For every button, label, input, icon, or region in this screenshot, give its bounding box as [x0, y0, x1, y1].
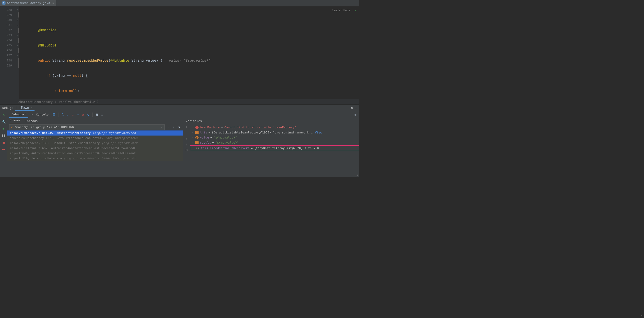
stack-frame[interactable]: inject:119, InjectionMetadata (org.sprin… [7, 156, 183, 161]
remove-watch-icon[interactable]: － [185, 131, 188, 135]
line-number: 929 [0, 12, 16, 18]
app-icon [17, 106, 20, 109]
debug-side-toolbar: ↻ 🔧 ▶ ❚❚ ■ ●● [0, 111, 7, 177]
java-class-icon: C [2, 2, 6, 4]
tab-console[interactable]: ▸_Console [29, 111, 51, 118]
debug-config-tab[interactable]: Main ✕ [15, 105, 34, 111]
annotation: @Nullable [38, 43, 56, 48]
variables-list[interactable]: ! beanFactory = Cannot find local variab… [190, 124, 360, 177]
vars-toolbar: ＋ － ↑ ↓ ⎘ [184, 124, 190, 177]
next-frame-icon[interactable]: ↓ [172, 125, 176, 129]
watch-icon: 👓 [196, 146, 200, 151]
keyword: public [38, 58, 50, 62]
breakpoints-icon[interactable]: ●● [2, 147, 6, 152]
minimize-icon[interactable]: — [355, 106, 357, 110]
code-content[interactable]: Reader Mode ✔ @Override @Nullable public… [19, 6, 360, 99]
threads-icon[interactable]: ☰ [52, 112, 56, 117]
step-into-icon[interactable]: ↓ [66, 112, 70, 117]
variable-row[interactable]: ! beanFactory = Cannot find local variab… [190, 125, 360, 130]
layout-icon[interactable]: ⊞ [354, 112, 358, 117]
thread-selector[interactable]: ✔ "main"@1 in group "main": RUNNING ▾ [9, 124, 165, 130]
step-out-icon[interactable]: ↑ [76, 112, 80, 117]
line-number: 930 [0, 18, 16, 22]
line-number: 936 [0, 48, 16, 53]
rerun-icon[interactable]: ↻ [2, 112, 6, 117]
line-number: 937 [0, 53, 16, 58]
frames-panel: Frames Threads ✔ "main"@1 in group "main… [7, 118, 184, 177]
breadcrumb-class[interactable]: AbstractBeanFactory [18, 100, 53, 104]
line-number: 932 [0, 28, 16, 33]
prev-frame-icon[interactable]: ↑ [166, 125, 170, 129]
fold-column: ⊟⊟ ⊟⊡ ⊟ ⊟ [16, 6, 19, 99]
variable-row[interactable]: ›≡ result = "${my.value}" [190, 140, 360, 145]
tab-threads[interactable]: Threads [25, 119, 38, 123]
stack-frame[interactable]: resolveDependency:1300, DefaultListableB… [7, 140, 183, 146]
gear-icon[interactable]: ⚙ [351, 106, 353, 110]
file-tab-abstractbeanfactory[interactable]: C AbstractBeanFactory.java ✕ [0, 0, 56, 6]
annotation: @Override [38, 28, 56, 32]
tab-debugger[interactable]: Debugger [9, 111, 28, 118]
editor-tab-bar: C AbstractBeanFactory.java ✕ [0, 0, 360, 6]
resume-icon[interactable]: ▶ [2, 126, 6, 131]
up-icon[interactable]: ↑ [186, 137, 188, 140]
evaluate-icon[interactable]: 🖩 [95, 112, 99, 117]
force-step-into-icon[interactable]: ↓ [71, 112, 75, 117]
pause-icon[interactable]: ❚❚ [2, 133, 6, 138]
param-icon: p [195, 136, 198, 139]
inline-hint: value: "${my.value}" [169, 58, 210, 62]
trace-icon[interactable]: ≡ [100, 112, 104, 117]
debug-panel: Debug: Main ✕ ⚙ — ↻ 🔧 ▶ ❚❚ ■ ●● Debugger… [0, 104, 360, 177]
tab-frames[interactable]: Frames [10, 118, 20, 123]
line-number: 931 [0, 22, 16, 28]
line-number: 928 [0, 7, 16, 12]
run-to-cursor-icon[interactable]: ↘ [86, 112, 90, 117]
line-number: 939 [0, 63, 16, 68]
wrench-icon[interactable]: 🔧 [2, 120, 6, 124]
debug-header: Debug: Main ✕ ⚙ — [0, 105, 360, 111]
stack-frames-list[interactable]: resolveEmbeddedValue:935, AbstractBeanFa… [7, 130, 183, 177]
variables-panel: Variables ＋ － ↑ ↓ ⎘ ! [184, 118, 360, 177]
check-icon: ✔ [11, 126, 13, 129]
copy-icon[interactable]: ⎘ [186, 148, 188, 152]
inspections-ok-icon[interactable]: ✔ [355, 8, 357, 13]
drop-frame-icon[interactable]: ✕ [81, 112, 85, 117]
down-icon[interactable]: ↓ [186, 142, 188, 146]
line-number: 935 [0, 43, 16, 48]
stack-frame[interactable]: resolveFieldValue:657, AutowiredAnnotati… [7, 146, 183, 151]
console-icon: ▸_ [32, 113, 35, 116]
watch-row-highlighted[interactable]: 👓 this.embeddedValueResolvers = {CopyOnW… [190, 145, 360, 151]
line-number: 938 [0, 58, 16, 63]
file-tab-label: AbstractBeanFactory.java [7, 1, 50, 4]
variable-row[interactable]: ›p value = "${my.value}" [190, 135, 360, 140]
close-icon[interactable]: ✕ [31, 106, 33, 109]
line-number: 933 [0, 33, 16, 38]
variable-row[interactable]: ›≡ this = {DefaultListableBeanFactory@19… [190, 130, 360, 135]
chevron-down-icon: ▾ [161, 126, 163, 129]
step-over-icon[interactable]: ⤵ [61, 112, 65, 117]
view-link[interactable]: View [315, 130, 322, 135]
breadcrumb-method[interactable]: resolveEmbeddedValue() [59, 100, 99, 104]
expand-icon[interactable]: » [357, 174, 358, 176]
chevron-right-icon: › [55, 100, 57, 104]
stack-frame[interactable]: doResolveDependency:1321, DefaultListabl… [7, 136, 183, 140]
breadcrumb[interactable]: AbstractBeanFactory › resolveEmbeddedVal… [0, 99, 360, 104]
tab-variables: Variables [186, 119, 202, 123]
stack-frame[interactable]: inject:640, AutowiredAnnotationBeanPostP… [7, 151, 183, 156]
code-editor[interactable]: 928 929 930 931 932 933 934 935 936 937 … [0, 6, 360, 99]
close-icon[interactable]: ✕ [52, 2, 54, 4]
field-icon: ≡ [195, 131, 198, 134]
add-watch-icon[interactable]: ＋ [185, 125, 188, 129]
debug-label: Debug: [2, 106, 13, 110]
error-icon: ! [195, 126, 198, 129]
line-number: 934 [0, 38, 16, 43]
reader-mode-link[interactable]: Reader Mode [332, 8, 350, 13]
field-icon: ≡ [195, 141, 198, 144]
filter-icon[interactable]: ▼ [177, 125, 181, 129]
debug-toolbar: Debugger ▸_Console ☰ ⤵ ↓ ↓ ↑ ✕ ↘ 🖩 ≡ ⊞ [7, 111, 360, 118]
line-gutter: 928 929 930 931 932 933 934 935 936 937 … [0, 6, 16, 99]
stop-icon[interactable]: ■ [2, 140, 6, 145]
stack-frame[interactable]: resolveEmbeddedValue:935, AbstractBeanFa… [7, 130, 183, 136]
